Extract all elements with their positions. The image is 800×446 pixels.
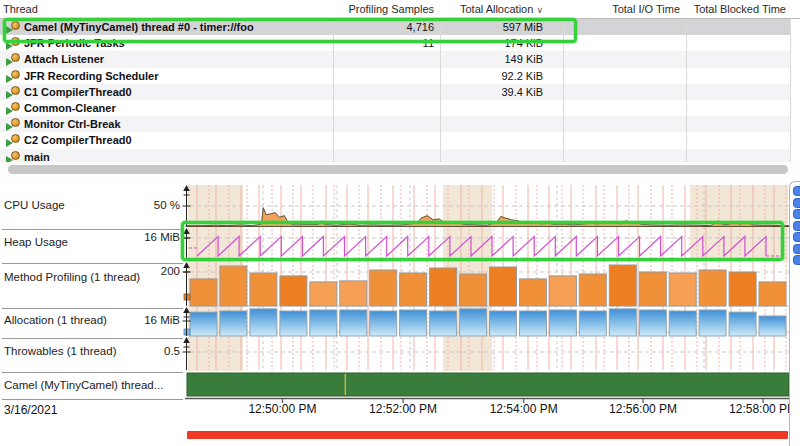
thread-name: C2 CompilerThread0 bbox=[24, 134, 132, 146]
column-header-total-allocation[interactable]: Total Allocation ∨ bbox=[440, 3, 543, 15]
table-row[interactable]: C1 CompilerThread039.4 KiB bbox=[0, 84, 790, 101]
method-profiling-bar bbox=[280, 276, 307, 306]
column-header-profiling-samples[interactable]: Profiling Samples bbox=[333, 3, 434, 15]
thread-name: C1 CompilerThread0 bbox=[24, 86, 132, 98]
allocation-bar bbox=[400, 310, 427, 336]
table-row[interactable]: Common-Cleaner bbox=[0, 100, 790, 117]
allocation-bar bbox=[490, 311, 517, 336]
thread-name: Attach Listener bbox=[24, 53, 104, 65]
running-triangle-icon bbox=[6, 42, 13, 50]
table-row[interactable]: Monitor Ctrl-Break bbox=[0, 116, 790, 133]
thread-state-icon bbox=[6, 86, 22, 99]
panel-handle-icon[interactable] bbox=[793, 221, 800, 231]
row-separator bbox=[2, 372, 183, 373]
chart-row-label-5[interactable]: Throwables (1 thread) bbox=[4, 345, 117, 357]
chart-row-label-2[interactable]: Heap Usage bbox=[4, 236, 68, 248]
table-header-row: Thread Profiling Samples Total Allocatio… bbox=[0, 0, 800, 19]
table-horizontal-scrollbar[interactable] bbox=[0, 162, 800, 178]
method-profiling-bar bbox=[639, 272, 666, 306]
thread-state-running-bar[interactable] bbox=[187, 373, 789, 396]
method-profiling-bar bbox=[220, 266, 247, 306]
axis-tick-label: 16 MiB bbox=[144, 314, 180, 326]
table-row[interactable]: Attach Listener149 KiB bbox=[0, 51, 790, 68]
allocation-bar bbox=[520, 311, 547, 336]
running-triangle-icon bbox=[6, 123, 13, 131]
chart-row-label-3[interactable]: Method Profiling (1 thread) bbox=[4, 271, 140, 283]
annotation-box-heap-row bbox=[181, 221, 784, 261]
allocation-bar bbox=[340, 310, 367, 336]
method-profiling-bar bbox=[400, 273, 427, 306]
row-separator bbox=[2, 308, 183, 309]
method-profiling-bar bbox=[520, 279, 547, 306]
right-panel-edge bbox=[789, 181, 800, 446]
method-profiling-bar bbox=[729, 272, 756, 306]
allocation-bar bbox=[639, 310, 666, 336]
method-profiling-bar bbox=[370, 270, 397, 306]
axis-tick-label: 50 % bbox=[154, 199, 180, 211]
method-profiling-bar bbox=[310, 282, 337, 306]
running-triangle-icon bbox=[6, 107, 13, 115]
table-cell: 39.4 KiB bbox=[440, 86, 543, 98]
allocation-bar bbox=[549, 310, 576, 336]
allocation-bar bbox=[370, 311, 397, 336]
table-row[interactable]: JFR Recording Scheduler92.2 KiB bbox=[0, 68, 790, 85]
column-header-total-allocation-label: Total Allocation bbox=[460, 3, 533, 15]
allocation-bar bbox=[579, 311, 606, 336]
panel-handle-icon[interactable] bbox=[793, 244, 800, 254]
allocation-bar bbox=[430, 311, 457, 336]
chart-row-label-6[interactable]: Camel (MyTinyCamel) thread... bbox=[4, 379, 163, 391]
thread-state-icon bbox=[6, 134, 22, 147]
allocation-bar bbox=[669, 311, 696, 336]
allocation-bar bbox=[460, 309, 487, 336]
allocation-bar bbox=[699, 310, 726, 336]
allocation-bar bbox=[759, 316, 786, 336]
date-label: 3/16/2021 bbox=[4, 403, 57, 417]
column-divider bbox=[686, 0, 687, 162]
threads-table: Thread Profiling Samples Total Allocatio… bbox=[0, 0, 800, 178]
thread-name: JFR Recording Scheduler bbox=[24, 70, 158, 82]
panel-handle-icon[interactable] bbox=[793, 232, 800, 242]
running-triangle-icon bbox=[6, 75, 13, 83]
axis-tick-label: 200 bbox=[161, 265, 180, 277]
allocation-bar bbox=[250, 309, 277, 336]
allocation-bar bbox=[310, 310, 337, 336]
table-row[interactable]: C2 CompilerThread0 bbox=[0, 132, 790, 149]
column-header-total-blocked-time[interactable]: Total Blocked Time bbox=[686, 3, 786, 15]
allocation-bar bbox=[609, 309, 636, 336]
allocation-bar bbox=[729, 312, 756, 336]
method-profiling-bar bbox=[699, 270, 726, 306]
method-profiling-bar bbox=[190, 279, 217, 306]
recording-progress-bar bbox=[187, 431, 788, 439]
allocation-bar bbox=[190, 312, 217, 336]
method-profiling-bar bbox=[340, 281, 367, 306]
column-header-thread[interactable]: Thread bbox=[3, 3, 38, 15]
timeline-panel: CPU Usage50 %Heap Usage16 MiBMethod Prof… bbox=[0, 178, 800, 446]
method-profiling-bar bbox=[609, 265, 636, 306]
chart-row-label-4[interactable]: Allocation (1 thread) bbox=[4, 314, 107, 326]
time-axis-label: 12:54:00 PM bbox=[476, 402, 572, 416]
column-divider bbox=[790, 0, 791, 162]
row-separator bbox=[2, 229, 183, 230]
panel-handle-icon[interactable] bbox=[793, 255, 800, 265]
running-triangle-icon bbox=[6, 139, 13, 147]
thread-state-icon bbox=[6, 118, 22, 131]
chart-row-label-1[interactable]: CPU Usage bbox=[4, 199, 65, 211]
time-axis-label: 12:50:00 PM bbox=[234, 402, 330, 416]
column-header-total-io-time[interactable]: Total I/O Time bbox=[563, 3, 680, 15]
row-separator bbox=[2, 263, 183, 264]
method-profiling-bar bbox=[430, 268, 457, 306]
scrollbar-thumb[interactable] bbox=[8, 165, 788, 174]
panel-handle-icon[interactable] bbox=[793, 198, 800, 208]
thread-state-icon bbox=[6, 70, 22, 83]
panel-handle-icon[interactable] bbox=[793, 186, 800, 196]
method-profiling-bar bbox=[759, 282, 786, 306]
method-profiling-bar bbox=[669, 273, 696, 306]
thread-name: Monitor Ctrl-Break bbox=[24, 118, 121, 130]
thread-name: main bbox=[24, 151, 50, 163]
time-axis-label: 12:58:00 PM bbox=[715, 402, 800, 416]
sort-descending-icon: ∨ bbox=[536, 5, 543, 15]
method-profiling-bar bbox=[549, 276, 576, 306]
method-profiling-bar bbox=[579, 274, 606, 306]
row-separator bbox=[2, 338, 183, 339]
panel-handle-icon[interactable] bbox=[793, 209, 800, 219]
